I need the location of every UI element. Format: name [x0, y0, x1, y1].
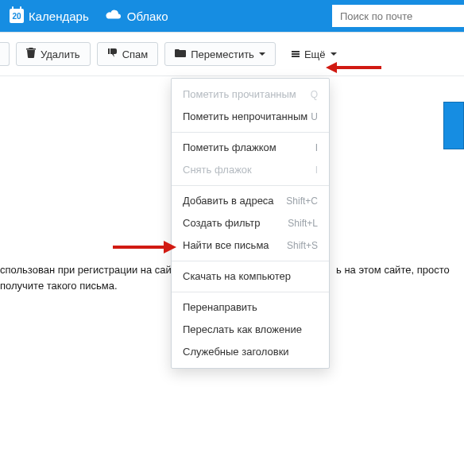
menu-mark-read[interactable]: Пометить прочитанным Q [172, 83, 329, 106]
menu-add-address[interactable]: Добавить в адреса Shift+C [172, 190, 329, 212]
menu-label: Найти все письма [183, 239, 269, 252]
menu-shortcut: Shift+C [286, 195, 318, 207]
delete-button[interactable]: Удалить [16, 42, 91, 66]
thumbs-down-icon [107, 48, 118, 60]
menu-shortcut: I [315, 141, 318, 154]
menu-label: Добавить в адреса [183, 195, 274, 207]
menu-headers[interactable]: Служебные заголовки [172, 341, 329, 363]
chevron-down-icon [331, 52, 337, 56]
annotation-arrow-download [113, 238, 176, 256]
menu-separator [172, 185, 329, 186]
nav-calendar-label: Календарь [29, 10, 89, 23]
chevron-down-icon [259, 52, 265, 56]
menu-label: Пометить флажком [183, 141, 276, 154]
delete-label: Удалить [41, 48, 80, 60]
menu-mark-unread[interactable]: Пометить непрочитанным U [172, 106, 329, 128]
menu-download[interactable]: Скачать на компьютер [172, 265, 329, 288]
menu-label: Создать фильтр [183, 217, 261, 230]
nav-cloud-label: Облако [127, 10, 168, 23]
body-line2: получите такого письма. [0, 280, 118, 292]
more-dropdown: Пометить прочитанным Q Пометить непрочит… [171, 78, 330, 369]
menu-label: Скачать на компьютер [183, 270, 291, 283]
move-button[interactable]: Переместить [164, 42, 276, 66]
cloud-icon [105, 9, 122, 24]
menu-shortcut: Shift+L [288, 217, 318, 230]
top-nav: 20 Календарь Облако [0, 0, 464, 32]
side-panel-fragment [443, 102, 464, 149]
menu-separator [172, 132, 329, 133]
menu-redirect[interactable]: Перенаправить [172, 296, 329, 319]
spam-label: Спам [122, 48, 149, 60]
toolbar-partial-button[interactable]: ь [0, 42, 10, 66]
menu-label: Переслать как вложение [183, 323, 302, 336]
menu-separator [172, 261, 329, 261]
body-fragment-left: спользован при регистрации на сай [0, 264, 172, 276]
more-button[interactable]: Ещё [282, 42, 346, 66]
menu-label: Пометить непрочитанным [183, 110, 307, 123]
menu-shortcut: Shift+S [287, 239, 318, 252]
menu-label: Пометить прочитанным [183, 88, 296, 101]
toolbar: ь Удалить Спам Переместить Ещё [0, 32, 464, 76]
menu-flag[interactable]: Пометить флажком I [172, 137, 329, 159]
menu-label: Служебные заголовки [183, 346, 289, 358]
menu-shortcut: U [311, 110, 318, 123]
menu-label: Перенаправить [183, 301, 257, 314]
menu-separator [172, 292, 329, 292]
move-label: Переместить [191, 48, 254, 60]
menu-create-filter[interactable]: Создать фильтр Shift+L [172, 212, 329, 234]
search-wrap [332, 5, 464, 27]
menu-shortcut: I [315, 164, 318, 176]
more-label: Ещё [304, 48, 326, 60]
folder-icon [175, 48, 186, 60]
calendar-icon: 20 [10, 9, 24, 23]
nav-cloud[interactable]: Облако [97, 0, 176, 32]
hamburger-icon [292, 51, 300, 57]
menu-unflag[interactable]: Снять флажок I [172, 159, 329, 181]
trash-icon [26, 48, 36, 60]
search-input[interactable] [332, 5, 464, 27]
menu-shortcut: Q [311, 88, 318, 101]
menu-find-all[interactable]: Найти все письма Shift+S [172, 234, 329, 257]
body-fragment-right: ь на этом сайте, просто [336, 264, 450, 276]
nav-calendar[interactable]: 20 Календарь [2, 0, 97, 32]
menu-forward-attachment[interactable]: Переслать как вложение [172, 319, 329, 341]
spam-button[interactable]: Спам [97, 42, 159, 66]
menu-label: Снять флажок [183, 164, 252, 176]
